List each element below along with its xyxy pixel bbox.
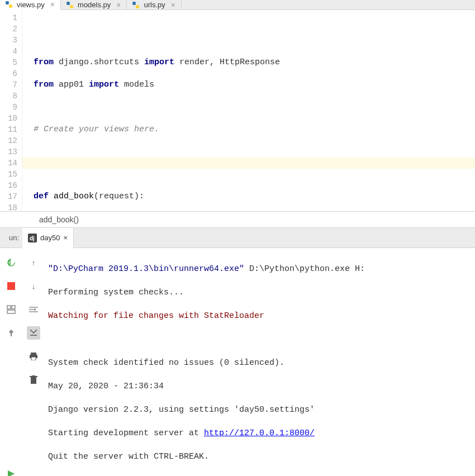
editor: 1 2 3 4 5 6 7 8 9 10 11 12 13 14 15 16 1… [0, 10, 475, 211]
tab-models-py[interactable]: models.py × [61, 0, 127, 9]
svg-rect-15 [31, 377, 36, 384]
svg-rect-0 [6, 1, 9, 4]
svg-rect-10 [12, 306, 15, 309]
django-icon: dj [28, 234, 37, 242]
svg-rect-5 [136, 5, 139, 8]
close-icon[interactable]: × [116, 1, 121, 9]
python-file-icon [4, 0, 13, 9]
svg-rect-16 [30, 376, 37, 377]
python-file-icon [65, 1, 74, 9]
tab-label: models.py [78, 1, 111, 9]
svg-rect-1 [9, 4, 12, 8]
svg-rect-3 [70, 5, 73, 8]
close-icon[interactable]: × [171, 1, 175, 9]
svg-rect-17 [32, 375, 35, 376]
run-label: un: [0, 234, 22, 242]
svg-rect-9 [7, 306, 11, 309]
layout-icon[interactable] [4, 303, 18, 316]
toolbar-left-2: ↑ ↓ [22, 248, 45, 476]
down-arrow-icon[interactable]: ↓ [27, 279, 40, 293]
scroll-end-icon[interactable] [27, 326, 40, 340]
run-panel: ↑ ↓ "D:\PyCharm 2019.1.3\bin\runnerw64.e… [0, 248, 475, 476]
code-area[interactable]: from django.shortcuts import render, Htt… [22, 10, 475, 211]
stop-icon[interactable] [4, 279, 18, 293]
tab-urls-py[interactable]: urls.py × [127, 0, 181, 9]
trash-icon[interactable] [27, 373, 40, 387]
close-icon[interactable]: × [50, 0, 55, 9]
wrap-icon[interactable] [27, 303, 40, 316]
tab-label: views.py [17, 1, 45, 9]
line-gutter: 1 2 3 4 5 6 7 8 9 10 11 12 13 14 15 16 1… [0, 10, 22, 211]
server-url-link[interactable]: http://127.0.0.1:8000/ [204, 429, 315, 438]
run-header: un: dj day50 × [0, 228, 475, 248]
close-icon[interactable]: × [63, 234, 68, 242]
print-icon[interactable] [27, 350, 40, 363]
breadcrumb[interactable]: add_book() [0, 211, 475, 228]
tab-views-py[interactable]: views.py × [0, 0, 61, 10]
run-tab-day50[interactable]: dj day50 × [22, 228, 74, 248]
svg-rect-4 [132, 2, 136, 5]
svg-rect-8 [7, 282, 15, 290]
svg-rect-14 [31, 357, 36, 360]
svg-rect-2 [66, 2, 70, 5]
python-file-icon [131, 1, 140, 9]
console-output[interactable]: "D:\PyCharm 2019.1.3\bin\runnerw64.exe" … [45, 248, 475, 476]
up-arrow-icon[interactable]: ↑ [27, 256, 40, 269]
run-icon[interactable] [4, 467, 18, 476]
tab-label: urls.py [144, 1, 165, 9]
svg-rect-11 [7, 310, 15, 313]
svg-rect-12 [31, 353, 36, 355]
rerun-icon[interactable] [4, 256, 18, 269]
toolbar-left-1 [0, 248, 22, 476]
svg-text:dj: dj [30, 235, 35, 241]
editor-tabs: views.py × models.py × urls.py × [0, 0, 475, 10]
pin-icon[interactable] [4, 326, 18, 340]
